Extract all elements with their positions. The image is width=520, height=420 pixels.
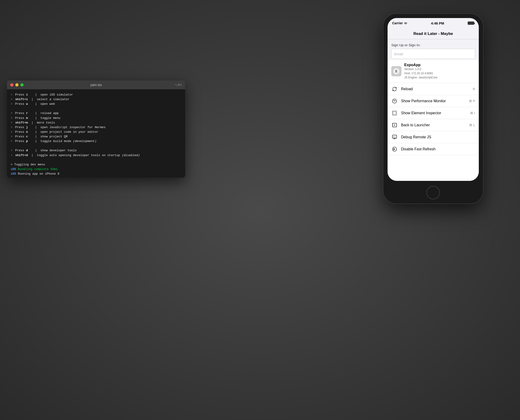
terminal-text: Press i | open iOS simulator (13, 92, 73, 97)
terminal-text: Press c | show project QR (13, 134, 68, 139)
carrier-name: Carrier (392, 21, 403, 25)
svg-point-4 (394, 101, 395, 101)
status-time: 4:46 PM (431, 21, 444, 25)
svg-rect-8 (392, 123, 394, 127)
js-engine-label: JS Engine: (404, 76, 418, 79)
minimize-button[interactable] (15, 83, 18, 87)
menu-item-debug[interactable]: Debug Remote JS (388, 131, 479, 143)
terminal-line: > shift+m | more tools (11, 120, 181, 125)
expo-info-text: ExpoApp Version: 1.0.0 Host: 172.20.10.4… (404, 63, 437, 80)
close-button[interactable] (10, 83, 13, 87)
terminal-prompt: > (11, 116, 13, 120)
terminal-line: > Press p | toggle build mode (developme… (11, 139, 181, 144)
sign-label: Sign Up or Sign In: (388, 39, 479, 49)
terminal-prompt: > (11, 97, 13, 102)
terminal-window: yarn ios ⌥⌘1 > Press i | open iOS simula… (7, 81, 185, 178)
terminal-prompt: > (11, 130, 13, 134)
terminal-prompt: > (11, 102, 13, 106)
inspector-label: Show Element Inspector (401, 111, 470, 115)
terminal-prompt: > (11, 125, 13, 130)
terminal-line: > Toggling dev menu (11, 162, 181, 167)
svg-point-0 (405, 24, 406, 25)
email-placeholder: Email (394, 52, 403, 56)
version-label: Version: (404, 68, 415, 71)
iphone-frame: Carrier 4:46 PM Read it Later - Maybe (383, 14, 483, 203)
reload-label: Reload (401, 87, 473, 91)
app-title: Read it Later - Maybe (413, 31, 453, 36)
host-value: 172.20.10.4:8081 (411, 72, 433, 75)
svg-rect-6 (393, 112, 396, 114)
launcher-icon (391, 122, 398, 128)
terminal-line: > shift+d | toggle auto opening develope… (11, 153, 181, 158)
terminal-text: shift+d | toggle auto opening developer … (13, 153, 140, 158)
host-label: Host: (404, 72, 411, 75)
terminal-text: Press d | show developer tools (13, 148, 77, 153)
expo-app-icon: E (391, 66, 402, 76)
terminal-line: > Press j | open JavaScript inspector fo… (11, 125, 181, 130)
terminal-body: > Press i | open iOS simulator > shift+i… (7, 89, 185, 178)
fast-refresh-label: Disable Fast Refresh (401, 147, 475, 151)
terminal-line: > shift+i | select a simulator (11, 97, 181, 102)
menu-item-inspector[interactable]: Show Element Inspector ⌘ I (388, 107, 479, 119)
terminal-prompt: > (11, 111, 13, 116)
wifi-icon (404, 22, 407, 24)
terminal-line: > Press w | open web (11, 102, 181, 106)
terminal-titlebar: yarn ios ⌥⌘1 (7, 81, 185, 89)
svg-text:E: E (395, 69, 397, 73)
iphone-home-button[interactable] (427, 186, 440, 199)
debug-label: Debug Remote JS (401, 135, 475, 139)
debug-icon (391, 134, 398, 140)
terminal-prompt: > (11, 92, 13, 97)
running-text: Running app on iPhone 8 (16, 172, 59, 176)
menu-item-performance[interactable]: Show Performance Monitor ⌘ P (388, 95, 479, 107)
desktop: yarn ios ⌥⌘1 > Press i | open iOS simula… (0, 0, 520, 420)
iphone-screen: Carrier 4:46 PM Read it Later - Maybe (388, 18, 479, 181)
terminal-text: shift+i | select a simulator (13, 97, 70, 102)
terminal-line: > Press o | open project code in your ed… (11, 130, 181, 134)
terminal-text: Press j | open JavaScript inspector for … (13, 125, 106, 130)
terminal-line: > Press r | reload app (11, 111, 181, 116)
performance-icon (391, 98, 398, 104)
email-input[interactable]: Email (391, 49, 475, 59)
inspector-icon (391, 110, 398, 116)
launcher-shortcut: ⌘ L (469, 123, 475, 127)
reload-shortcut: R (473, 87, 475, 91)
app-nav-bar: Read it Later - Maybe (388, 28, 479, 39)
terminal-prompt: > (11, 134, 13, 139)
terminal-text: Press m | toggle menu (13, 116, 60, 120)
terminal-prompt: > (11, 120, 13, 125)
battery-icon (468, 22, 474, 25)
menu-item-fast-refresh[interactable]: Disable Fast Refresh (388, 143, 479, 155)
terminal-line-ios-bundling: iOS Bundling complete 93ms (11, 167, 181, 172)
terminal-empty-line (11, 158, 181, 162)
svg-rect-9 (392, 135, 396, 138)
reload-icon (391, 86, 398, 92)
expo-logo-icon: E (393, 68, 400, 75)
inspector-shortcut: ⌘ I (470, 111, 475, 115)
carrier: Carrier (392, 21, 407, 25)
terminal-text: Press r | reload app (13, 111, 59, 116)
terminal-line: > Press i | open iOS simulator (11, 92, 181, 97)
terminal-shortcut: ⌥⌘1 (174, 83, 182, 87)
terminal-empty-line (11, 106, 181, 111)
terminal-text: > Toggling dev menu (11, 162, 45, 167)
performance-label: Show Performance Monitor (401, 99, 469, 103)
battery-indicator (468, 22, 474, 25)
maximize-button[interactable] (20, 83, 24, 87)
terminal-line: > Press d | show developer tools (11, 148, 181, 153)
terminal-prompt: > (11, 153, 13, 158)
terminal-prompt: > (11, 139, 13, 144)
js-engine-value: JavaScriptCore (418, 76, 437, 79)
terminal-text: Press w | open web (13, 102, 55, 106)
terminal-text: shift+m | more tools (13, 120, 55, 125)
traffic-lights (10, 83, 24, 87)
menu-item-launcher[interactable]: Back to Launcher ⌘ L (388, 119, 479, 131)
fast-refresh-icon (391, 146, 398, 152)
menu-item-reload[interactable]: Reload R (388, 83, 479, 95)
ios-label: iOS (11, 167, 16, 172)
status-bar: Carrier 4:46 PM (388, 18, 479, 28)
terminal-prompt: > (11, 148, 13, 153)
terminal-title: yarn ios (90, 83, 102, 87)
expo-app-meta: Version: 1.0.0 Host: 172.20.10.4:8081 JS… (404, 67, 437, 80)
launcher-label: Back to Launcher (401, 123, 469, 127)
